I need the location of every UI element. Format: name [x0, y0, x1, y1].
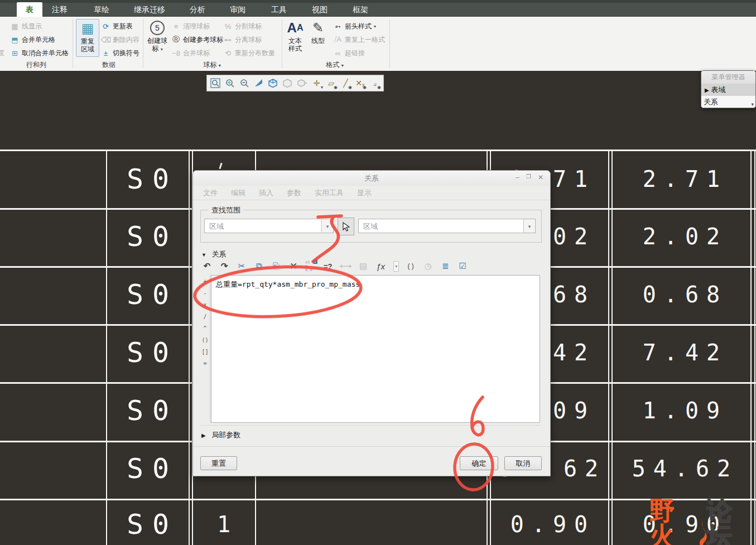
redistribute-qty-button[interactable]: ⟲ 重新分布数量 [223, 47, 275, 59]
verify-relations-button[interactable]: =? [322, 262, 334, 271]
op-brackets[interactable]: [] [201, 349, 208, 355]
merge-balloons-button[interactable]: −8 合并球标 [171, 47, 210, 59]
table-cell-total: 2.71 [612, 166, 750, 192]
view-manager-icon[interactable] [296, 77, 308, 89]
delete-content-button[interactable]: ⌫ 删除内容 [101, 33, 139, 46]
tab-annotate[interactable]: 注释 [47, 2, 73, 17]
look-in-label: 查找范围 [209, 205, 243, 215]
table-grid-line [0, 499, 756, 500]
tab-table[interactable]: 表 [17, 2, 42, 17]
axis-display-icon[interactable]: ╱◉ [340, 77, 351, 89]
toggle-symbols-icon: ± [101, 49, 110, 57]
paste-button[interactable]: ⎘ [271, 261, 282, 271]
op-multiply[interactable]: x [203, 302, 206, 308]
table-cell-total: 7.42 [612, 340, 750, 365]
op-divide[interactable]: / [203, 314, 206, 320]
unmerge-cells-button[interactable]: ⊞ 取消合并单元格 [10, 47, 69, 59]
local-params-section-header[interactable]: ▶ 局部参数 [201, 430, 240, 440]
menu-manager-item-relations[interactable]: 关系 ▾ [701, 96, 755, 108]
delete-button[interactable]: ✕ [288, 261, 299, 272]
repaint-icon[interactable] [253, 77, 264, 89]
look-in-dropdown[interactable]: 区域 ▾ [204, 219, 334, 233]
minimize-button[interactable]: – [516, 173, 519, 181]
arrow-style-button[interactable]: ➳ 箭头样式 ▾ [333, 20, 376, 32]
menu-manager-item-table-domain[interactable]: ▶ 表域 [701, 84, 755, 96]
op-minus[interactable]: - [203, 290, 206, 296]
watermark-brand-2: 论坛 [707, 498, 755, 545]
menu-show[interactable]: 显示 [357, 188, 372, 198]
function-dropdown-arrow[interactable]: ▾ [393, 261, 399, 272]
menu-manager: 菜单管理器 ▶ 表域 关系 ▾ [701, 70, 756, 108]
create-ref-balloon-button[interactable]: Ⓡ 创建参考球标 [171, 33, 223, 46]
split-balloons-button[interactable]: % 分割球标 [223, 20, 262, 32]
report-button[interactable]: ▤ [358, 261, 369, 271]
units-button[interactable]: ◷ [422, 261, 434, 271]
insert-operators-button[interactable]: ( ) [405, 262, 416, 270]
menu-utilities[interactable]: 实用工具 [315, 188, 344, 198]
relation-editor[interactable]: 总重量=rpt_qty*asm_mbr_pro_mp_mass [211, 275, 540, 423]
cancel-button[interactable]: 取消 [504, 456, 542, 470]
op-power[interactable]: ^ [203, 325, 206, 331]
pick-region-button[interactable] [338, 218, 354, 235]
saved-orientations-icon[interactable] [282, 77, 293, 89]
redistribute-qty-icon: ⟲ [223, 49, 233, 57]
tab-sketch[interactable]: 草绘 [88, 2, 115, 17]
close-button[interactable]: ✕ [538, 173, 543, 181]
undo-button[interactable]: ↶ [201, 261, 213, 271]
refit-icon[interactable] [209, 77, 221, 89]
verify-checklist-button[interactable]: ☑ [457, 261, 468, 271]
merge-cells-button[interactable]: ⬒ 合并单元格 [10, 33, 55, 46]
clean-balloons-icon: ≡ [171, 22, 181, 31]
datum-display-filters-icon[interactable]: ✛▾ [311, 77, 322, 89]
toggle-symbols-button[interactable]: ± 切换符号 [101, 47, 139, 59]
menu-edit[interactable]: 编辑 [231, 188, 245, 198]
clean-balloons-button[interactable]: ≡ 清理球标 [171, 20, 210, 32]
relations-section-header[interactable]: ▼ 关系 [201, 249, 227, 259]
menu-file[interactable]: 文件 [203, 188, 218, 198]
line-display-button[interactable]: ▦ 线显示 [10, 20, 42, 32]
tab-analysis[interactable]: 分析 [184, 2, 211, 17]
point-display-icon[interactable]: ✕ₓ◉ [354, 77, 366, 89]
insert-function-button[interactable]: ƒx [375, 262, 386, 271]
chevron-down-icon[interactable]: ▾ [321, 219, 333, 233]
ok-button[interactable]: 确定 [460, 456, 498, 470]
redo-button[interactable]: ↷ [219, 261, 230, 271]
reset-button[interactable]: 重置 [200, 456, 237, 470]
zoom-in-icon[interactable] [224, 77, 235, 89]
toggle-value-display-button[interactable]: a1⇅0.0 i [305, 261, 316, 272]
copy-button[interactable]: ⧉ [253, 261, 264, 271]
zoom-out-icon[interactable] [238, 77, 250, 89]
text-style-button[interactable]: AA 文本 样式 [285, 19, 306, 56]
table-cell-code: S0 [107, 336, 189, 369]
maximize-button[interactable]: ❒ [526, 173, 531, 181]
csys-display-icon[interactable]: ⟓◉ [369, 77, 381, 89]
hyperlink-button[interactable]: ∞ 超链接 [333, 47, 365, 59]
tab-review[interactable]: 审阅 [224, 2, 251, 17]
merge-cells-icon: ⬒ [10, 36, 20, 44]
menu-parameters[interactable]: 参数 [287, 188, 301, 198]
local-parameter-list-button[interactable]: ≣ [440, 261, 451, 271]
menu-insert[interactable]: 插入 [259, 188, 273, 198]
op-equals[interactable]: = [203, 360, 206, 366]
repeat-last-format-button[interactable]: ⧸A 重复上一格式 [333, 33, 385, 46]
plane-display-icon[interactable]: ▱◉ [325, 77, 337, 89]
display-style-icon[interactable] [267, 77, 279, 89]
tab-tools[interactable]: 工具 [266, 2, 292, 17]
table-cell-code: S0 [107, 278, 189, 311]
chevron-down-icon[interactable]: ▾ [523, 219, 535, 233]
create-balloon-button[interactable]: 5 创建球 标 ▾ [146, 19, 168, 56]
op-plus[interactable]: + [203, 278, 206, 284]
cut-button[interactable]: ✂ [236, 261, 247, 271]
region-dropdown[interactable]: 区域 ▾ [358, 219, 536, 233]
line-wrap-button[interactable]: ⟷ [340, 261, 352, 271]
tab-framework[interactable]: 框架 [346, 2, 374, 17]
detach-balloons-button[interactable]: ⊷ 分离球标 [223, 33, 262, 46]
op-parens[interactable]: () [201, 337, 208, 343]
update-table-button[interactable]: ⟳ 更新表 [101, 20, 133, 32]
repeat-last-format-icon: ⧸A [333, 35, 343, 44]
line-style-button[interactable]: ✎ 线型 [308, 19, 328, 56]
tab-legacy[interactable]: 继承迁移 [128, 2, 171, 17]
dialog-titlebar[interactable]: 关系 – ❒ ✕ [193, 171, 550, 186]
repeat-region-button[interactable]: ▦ 重复 区域 [76, 19, 99, 57]
tab-view[interactable]: 视图 [306, 2, 333, 17]
